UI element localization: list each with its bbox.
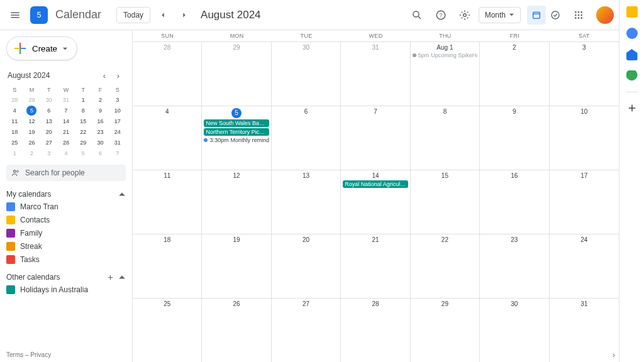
settings-button[interactable] [455,5,475,25]
tasks-panel-icon[interactable] [626,28,638,39]
mini-day-cell[interactable]: 17 [109,116,126,126]
day-cell[interactable]: 16 [480,170,549,234]
help-button[interactable]: ? [431,5,451,25]
calendar-checkbox[interactable] [6,229,15,238]
other-calendars-toggle[interactable]: Other calendars [6,273,126,282]
calendar-item[interactable]: Marco Tran [6,202,126,211]
day-cell[interactable]: 12 [202,170,271,234]
day-cell[interactable]: 5New South Wales Bank Holiday (NewNorthe… [202,106,271,170]
apps-button[interactable] [569,5,589,25]
mini-day-cell[interactable]: 12 [23,116,40,126]
day-cell[interactable]: 29 [202,42,271,106]
main-menu-button[interactable] [5,5,25,25]
mini-day-cell[interactable]: 2 [92,95,108,105]
mini-day-cell[interactable]: 28 [58,138,74,148]
terms-link[interactable]: Terms [6,351,23,358]
mini-day-cell[interactable]: 27 [41,138,57,148]
calendar-checkbox[interactable] [6,202,15,211]
calendar-item[interactable]: Tasks [6,255,126,264]
event-chip[interactable]: Royal National Agricultural Show Day [343,180,408,188]
mini-day-cell[interactable]: 15 [75,116,91,126]
mini-day-cell[interactable]: 8 [75,106,91,116]
mini-day-cell[interactable]: 3 [109,95,126,105]
contacts-icon[interactable] [626,49,638,60]
calendar-checkbox[interactable] [6,255,15,264]
mini-day-cell[interactable]: 16 [92,116,108,126]
day-cell[interactable]: 3 [550,42,619,106]
calendar-item[interactable]: Contacts [6,216,126,224]
mini-day-cell[interactable]: 24 [109,127,126,137]
day-cell[interactable]: 13 [272,170,341,234]
event-line[interactable]: 3:30pmMonthly reminder [204,137,269,143]
mini-day-cell[interactable]: 14 [58,116,74,126]
mini-day-cell[interactable]: 25 [6,138,23,148]
day-cell[interactable]: 18 [133,234,202,298]
day-cell[interactable]: 22 [411,234,480,298]
my-calendars-toggle[interactable]: My calendars [6,190,126,199]
day-cell[interactable]: 7 [341,106,410,170]
calendar-item[interactable]: Streak [6,242,126,251]
day-cell[interactable]: 31 [341,42,410,106]
day-cell[interactable]: 28 [133,42,202,106]
next-month-button[interactable] [175,6,193,24]
tasks-view-button[interactable] [546,6,565,25]
mini-next-button[interactable]: › [112,69,125,82]
mini-day-cell[interactable]: 6 [41,106,57,116]
day-cell[interactable]: 26 [202,299,271,362]
mini-day-cell[interactable]: 5 [26,106,36,116]
calendar-view-button[interactable] [527,6,546,25]
event-line[interactable]: 5pmUpcoming SpikeHour [413,52,477,58]
calendar-item[interactable]: Family [6,229,126,238]
mini-prev-button[interactable]: ‹ [98,69,111,82]
next-period-button[interactable]: › [613,350,615,359]
mini-day-cell[interactable]: 6 [92,148,108,158]
mini-day-cell[interactable]: 1 [6,148,23,158]
mini-day-cell[interactable]: 4 [6,106,23,116]
mini-day-cell[interactable]: 30 [41,95,57,105]
keep-icon[interactable] [626,6,638,18]
plus-icon[interactable] [106,273,114,282]
search-button[interactable] [407,5,427,25]
calendar-item[interactable]: Holidays in Australia [6,285,126,294]
day-cell[interactable]: 31 [550,299,619,362]
day-cell[interactable]: 19 [202,234,271,298]
day-cell[interactable]: 15 [411,170,480,234]
mini-day-cell[interactable]: 31 [58,95,74,105]
mini-day-cell[interactable]: 7 [109,148,126,158]
day-cell[interactable]: 9 [480,106,549,170]
mini-day-cell[interactable]: 10 [109,106,126,116]
mini-day-cell[interactable]: 28 [6,95,23,105]
mini-day-cell[interactable]: 19 [23,127,40,137]
day-cell[interactable]: 30 [272,42,341,106]
day-cell[interactable]: 6 [272,106,341,170]
day-cell[interactable]: 29 [411,299,480,362]
mini-day-cell[interactable]: 1 [75,95,91,105]
mini-day-cell[interactable]: 3 [41,148,57,158]
day-cell[interactable]: Aug 15pmUpcoming SpikeHour [411,42,480,106]
mini-day-cell[interactable]: 30 [92,138,108,148]
day-cell[interactable]: 10 [550,106,619,170]
day-cell[interactable]: 23 [480,234,549,298]
event-chip[interactable]: New South Wales Bank Holiday (New [204,119,269,127]
mini-day-cell[interactable]: 7 [58,106,74,116]
day-cell[interactable]: 21 [341,234,410,298]
day-cell[interactable]: 17 [550,170,619,234]
day-cell[interactable]: 25 [133,299,202,362]
prev-month-button[interactable] [154,6,172,24]
privacy-link[interactable]: Privacy [30,351,51,358]
today-button[interactable]: Today [116,7,150,23]
mini-day-cell[interactable]: 29 [23,95,40,105]
day-cell[interactable]: 14Royal National Agricultural Show Day [341,170,410,234]
day-cell[interactable]: 8 [411,106,480,170]
mini-day-cell[interactable]: 18 [6,127,23,137]
maps-icon[interactable] [626,70,638,82]
day-cell[interactable]: 30 [480,299,549,362]
mini-day-cell[interactable]: 5 [75,148,91,158]
mini-day-cell[interactable]: 2 [23,148,40,158]
day-cell[interactable]: 27 [272,299,341,362]
mini-day-cell[interactable]: 26 [23,138,40,148]
day-cell[interactable]: 28 [341,299,410,362]
day-cell[interactable]: 11 [133,170,202,234]
calendar-checkbox[interactable] [6,285,15,294]
mini-day-cell[interactable]: 29 [75,138,91,148]
